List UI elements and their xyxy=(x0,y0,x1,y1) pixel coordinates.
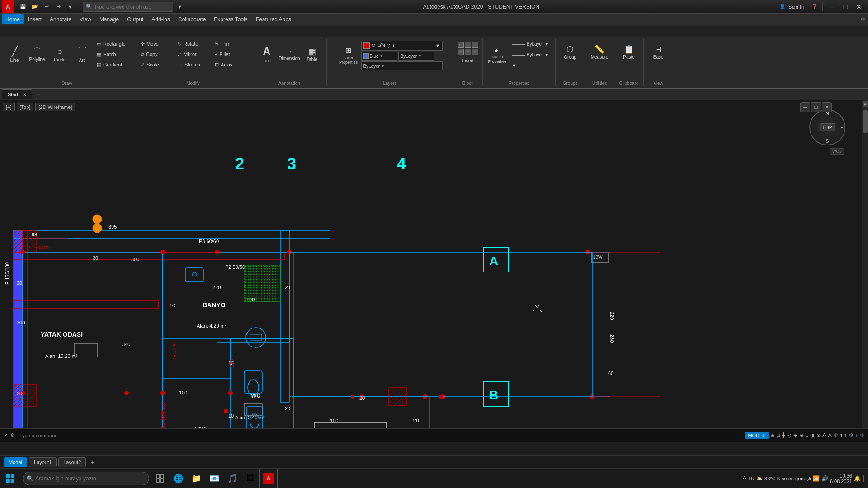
tab-close-btn[interactable]: ✕ xyxy=(23,92,26,97)
menu-express[interactable]: Express Tools xyxy=(210,14,251,24)
tab-layout1[interactable]: Layout1 xyxy=(29,457,57,467)
line-button[interactable]: ╱ Line xyxy=(4,39,25,70)
layer-dropdown[interactable]: MT-ÖLÇ.İÇ ▼ xyxy=(361,41,443,51)
viewport-view-btn[interactable]: [Top] xyxy=(17,103,34,111)
menu-addins[interactable]: Add-ins xyxy=(148,14,174,24)
measure-button[interactable]: 📏 Measure xyxy=(589,39,610,66)
workspace-btn[interactable]: ⚙ xyxy=(834,432,838,438)
group-button[interactable]: ⬡ Group xyxy=(559,39,581,66)
lineweight-btn[interactable]: ≡ xyxy=(806,433,808,438)
arc-button[interactable]: ⌒ Arc xyxy=(71,39,93,70)
tab-model[interactable]: Model xyxy=(4,457,27,467)
menu-home[interactable]: Home xyxy=(2,14,24,24)
rectangle-btn[interactable]: ▭ Rectangle xyxy=(94,39,130,49)
array-button[interactable]: ⊞ Array xyxy=(212,60,248,70)
expand-props[interactable]: ▼ xyxy=(509,61,552,70)
circle-button[interactable]: ○ Circle xyxy=(49,39,71,70)
save-btn[interactable]: 💾 xyxy=(18,2,28,12)
anno-scale-btn[interactable]: A xyxy=(828,432,832,439)
mirror-button[interactable]: ⇌ Mirror xyxy=(175,49,211,59)
menu-collaborate[interactable]: Collaborate xyxy=(175,14,209,24)
viewport-plus-btn[interactable]: [+] xyxy=(3,103,15,111)
undo-btn[interactable]: ↩ xyxy=(42,2,52,12)
match-properties-button[interactable]: 🖌 Match Properties xyxy=(486,39,508,70)
menu-output[interactable]: Output xyxy=(123,14,147,24)
viewport-close-btn[interactable]: ✕ xyxy=(822,102,832,112)
customize-status-btn[interactable]: ⚙ xyxy=(860,432,864,438)
wcs-label[interactable]: WCS xyxy=(830,148,844,155)
annotation-btn[interactable]: A xyxy=(822,432,826,439)
taskbar-search-input[interactable] xyxy=(35,475,145,482)
network-btn[interactable]: 📶 xyxy=(813,475,820,482)
groove-btn[interactable]: 🎵 xyxy=(223,469,241,488)
view-settings-btn[interactable]: + xyxy=(855,433,858,438)
compass-top-label[interactable]: TOP xyxy=(820,123,835,131)
text-button[interactable]: A Text xyxy=(256,39,278,70)
rotate-button[interactable]: ↻ Rotate xyxy=(175,39,211,49)
menu-view[interactable]: View xyxy=(76,14,95,24)
mail-btn[interactable]: 📧 xyxy=(205,469,223,488)
scale-button[interactable]: ⤢ Scale xyxy=(138,60,174,70)
dimension-button[interactable]: ↔ Dimension xyxy=(278,39,300,70)
copy-button[interactable]: ⧉ Copy xyxy=(138,49,174,59)
move-button[interactable]: ✛ Move xyxy=(138,39,174,49)
menu-manage[interactable]: Manage xyxy=(96,14,123,24)
color-dropdown[interactable]: Blue ▼ xyxy=(361,52,397,61)
base-button[interactable]: ⊟ Base xyxy=(647,39,669,66)
sign-in-btn[interactable]: 👤 xyxy=(778,2,788,12)
drawing-canvas[interactable]: 2 3 4 A B 10W xyxy=(0,100,868,442)
notifications-btn[interactable]: 🔔 xyxy=(854,475,861,482)
maximize-btn[interactable]: □ xyxy=(839,2,852,11)
viewport-minimize-btn[interactable]: ─ xyxy=(800,102,810,112)
sel-cycling-btn[interactable]: ⊙ xyxy=(816,432,821,438)
lang-btn[interactable]: TR xyxy=(748,476,755,481)
clock[interactable]: 10:36 6.08.2021 xyxy=(830,473,852,484)
explorer-btn[interactable]: 📁 xyxy=(187,469,205,488)
polar-btn[interactable]: ◎ xyxy=(787,432,792,438)
menu-featured[interactable]: Featured Apps xyxy=(252,14,295,24)
show-desktop-btn[interactable]: | xyxy=(863,474,864,483)
taskview-btn[interactable] xyxy=(151,469,169,488)
osnap-btn[interactable]: ◉ xyxy=(793,432,798,438)
customize-btn[interactable]: ▼ xyxy=(65,2,75,12)
zoom-settings-btn[interactable]: ⚙ xyxy=(849,432,854,438)
open-btn[interactable]: 📂 xyxy=(30,2,40,12)
viewport-maximize-btn[interactable]: □ xyxy=(811,102,821,112)
sign-in-label[interactable]: Sign In xyxy=(788,4,804,9)
command-input[interactable] xyxy=(18,433,742,438)
polyline-button[interactable]: ⌒ Polyline xyxy=(26,39,48,70)
scroll-thumb[interactable] xyxy=(863,110,868,133)
search-options-btn[interactable]: ▼ xyxy=(175,2,185,12)
gradient-btn[interactable]: ▤ Gradient xyxy=(94,60,130,70)
otrack-btn[interactable]: ⊕ xyxy=(800,432,804,438)
prop-dropdown2[interactable]: ——— ByLayer ▼ xyxy=(509,50,552,60)
show-hidden-btn[interactable]: ^ xyxy=(743,475,746,482)
taskbar-search-box[interactable]: 🔍 xyxy=(23,472,149,485)
grid-btn[interactable]: ⊞ xyxy=(770,432,774,438)
search-input[interactable] xyxy=(94,4,170,9)
insert-button[interactable]: □ □ □ □ □ □ Insert xyxy=(457,39,479,66)
minimize-btn[interactable]: ─ xyxy=(826,2,838,11)
new-tab-btn[interactable]: + xyxy=(33,89,43,99)
menu-insert[interactable]: Insert xyxy=(24,14,45,24)
lineweight-dropdown[interactable]: ByLayer ▼ xyxy=(361,61,443,70)
cmd-settings-btn[interactable]: ⚙ xyxy=(10,432,15,438)
model-indicator[interactable]: MODEL xyxy=(745,432,768,439)
layer-properties-button[interactable]: ⊞ Layer Properties xyxy=(338,44,359,67)
photos-btn[interactable]: 🖼 xyxy=(241,469,259,488)
trim-button[interactable]: ✂ Trim xyxy=(212,39,248,49)
redo-btn[interactable]: ↪ xyxy=(53,2,63,12)
menu-extras-btn[interactable]: ⚙ xyxy=(858,14,868,24)
add-layout-btn[interactable]: + xyxy=(88,458,97,467)
autocad-taskbar-btn[interactable]: A xyxy=(259,469,278,488)
edge-btn[interactable]: 🌐 xyxy=(169,469,187,488)
fillet-button[interactable]: ⌐ Fillet xyxy=(212,49,248,59)
menu-annotate[interactable]: Annotate xyxy=(46,14,75,24)
windows-start-btn[interactable] xyxy=(0,469,21,488)
stretch-button[interactable]: ↔ Stretch xyxy=(175,60,211,70)
tab-start[interactable]: Start ✕ xyxy=(2,89,32,99)
help-btn[interactable]: ❓ xyxy=(810,2,820,12)
autocad-logo[interactable]: A xyxy=(2,0,14,13)
table-button[interactable]: ▦ Table xyxy=(301,39,323,70)
keyword-search[interactable]: 🔍 xyxy=(83,2,173,12)
